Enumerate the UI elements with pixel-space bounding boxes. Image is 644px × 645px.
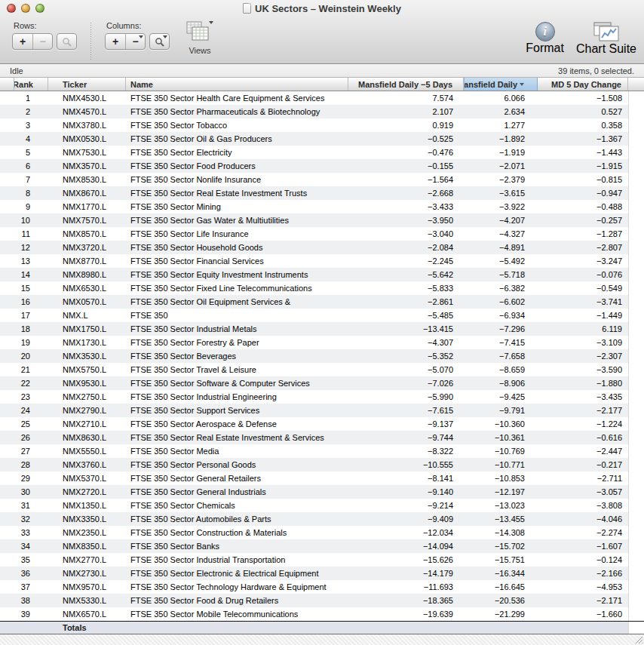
table-row[interactable]: 32NMX3350.LFTSE 350 Sector Automobiles &… xyxy=(0,512,644,526)
header-gutter xyxy=(0,78,14,91)
remove-row-button[interactable]: − xyxy=(32,34,52,49)
mansfield-daily-cell: 6.066 xyxy=(464,91,538,105)
name-cell: FTSE 350 Sector Tobacco xyxy=(126,118,348,132)
table-row[interactable]: 37NMX9570.LFTSE 350 Sector Technology Ha… xyxy=(0,580,644,594)
gutter-cell xyxy=(0,268,14,281)
filler-cell xyxy=(628,526,644,539)
remove-column-button[interactable]: − xyxy=(125,34,145,49)
table-row[interactable]: 25NMX2710.LFTSE 350 Sector Aerospace & D… xyxy=(0,417,644,431)
table-row[interactable]: 19NMX1730.LFTSE 350 Sector Forestry & Pa… xyxy=(0,336,644,349)
table-row[interactable]: 28NMX3760.LFTSE 350 Sector Personal Good… xyxy=(0,458,644,471)
table-row[interactable]: 24NMX2790.LFTSE 350 Sector Support Servi… xyxy=(0,404,644,417)
mansfield-daily-cell: −13.455 xyxy=(464,512,538,526)
column-header-mansfield-daily[interactable]: Mansfield Daily xyxy=(464,78,538,91)
table-row[interactable]: 33NMX2350.LFTSE 350 Sector Construction … xyxy=(0,526,644,539)
table-row[interactable]: 34NMX8350.LFTSE 350 Sector Banks−14.094−… xyxy=(0,539,644,553)
table-row[interactable]: 23NMX2750.LFTSE 350 Sector Industrial En… xyxy=(0,390,644,404)
title-bar[interactable]: UK Sectors – Weinstein Weekly xyxy=(0,0,644,17)
table-row[interactable]: 29NMX5370.LFTSE 350 Sector General Retai… xyxy=(0,471,644,485)
table-row[interactable]: 14NMX8980.LFTSE 350 Sector Equity Invest… xyxy=(0,268,644,281)
column-header-name[interactable]: Name xyxy=(126,78,348,91)
table-header: Rank Ticker Name Mansfield Daily −5 Days… xyxy=(0,78,644,91)
table-row[interactable]: 4NMX0530.LFTSE 350 Sector Oil & Gas Prod… xyxy=(0,132,644,146)
table-row[interactable]: 8NMX8670.LFTSE 350 Sector Real Estate In… xyxy=(0,186,644,200)
rank-cell: 12 xyxy=(14,241,48,254)
resize-grip[interactable] xyxy=(633,634,643,644)
totals-row[interactable]: Totals xyxy=(0,621,644,634)
gutter-cell xyxy=(0,227,14,241)
mansfield-daily-cell: −8.659 xyxy=(464,363,538,376)
column-header-rank[interactable]: Rank xyxy=(14,78,48,91)
mansfield-daily-5-days-cell: −5.485 xyxy=(348,309,464,322)
close-button[interactable] xyxy=(7,4,16,13)
table-row[interactable]: 26NMX8630.LFTSE 350 Sector Real Estate I… xyxy=(0,431,644,444)
table-row[interactable]: 1NMX4530.LFTSE 350 Sector Health Care Eq… xyxy=(0,91,644,105)
views-button[interactable]: Views xyxy=(186,18,213,55)
table-row[interactable]: 5NMX7530.LFTSE 350 Sector Electricity−0.… xyxy=(0,146,644,159)
rank-cell: 33 xyxy=(14,526,48,539)
table-row[interactable]: 13NMX8770.LFTSE 350 Sector Financial Ser… xyxy=(0,254,644,268)
table-row[interactable]: 16NMX0570.LFTSE 350 Sector Oil Equipment… xyxy=(0,295,644,309)
column-header-ticker[interactable]: Ticker xyxy=(48,78,126,91)
table-row[interactable]: 36NMX2730.LFTSE 350 Sector Electronic & … xyxy=(0,567,644,580)
mansfield-daily-cell: −7.415 xyxy=(464,336,538,349)
table-row[interactable]: 30NMX2720.LFTSE 350 Sector General Indus… xyxy=(0,485,644,499)
table-row[interactable]: 22NMX9530.LFTSE 350 Sector Software & Co… xyxy=(0,376,644,390)
table-row[interactable]: 18NMX1750.LFTSE 350 Sector Industrial Me… xyxy=(0,322,644,336)
name-cell: FTSE 350 xyxy=(126,309,348,322)
mansfield-daily-5-days-cell: −8.322 xyxy=(348,444,464,458)
add-row-button[interactable]: + xyxy=(13,34,32,49)
table-row[interactable]: 38NMX5330.LFTSE 350 Sector Food & Drug R… xyxy=(0,594,644,607)
name-cell: FTSE 350 Sector Industrial Transportatio… xyxy=(126,553,348,567)
minimize-button[interactable] xyxy=(21,4,30,13)
table-row[interactable]: 2NMX4570.LFTSE 350 Sector Pharmaceutical… xyxy=(0,105,644,118)
gutter-cell xyxy=(0,539,14,553)
table-row[interactable]: 3NMX3780.LFTSE 350 Sector Tobacco0.9191.… xyxy=(0,118,644,132)
md-5-day-change-cell: −2.274 xyxy=(538,526,628,539)
table-row[interactable]: 7NMX8530.LFTSE 350 Sector Nonlife Insura… xyxy=(0,173,644,186)
table-row[interactable]: 27NMX5550.LFTSE 350 Sector Media−8.322−1… xyxy=(0,444,644,458)
mansfield-daily-5-days-cell: −5.070 xyxy=(348,363,464,376)
filler-cell xyxy=(628,118,644,132)
search-rows-button[interactable] xyxy=(57,33,77,50)
ticker-cell: NMX9570.L xyxy=(48,580,126,594)
ticker-cell: NMX4530.L xyxy=(48,91,126,105)
rank-cell: 34 xyxy=(14,539,48,553)
table-row[interactable]: 15NMX6530.LFTSE 350 Sector Fixed Line Te… xyxy=(0,281,644,295)
add-column-button[interactable]: + xyxy=(106,34,125,49)
table-row[interactable]: 11NMX8570.LFTSE 350 Sector Life Insuranc… xyxy=(0,227,644,241)
format-button[interactable]: i Format xyxy=(526,18,564,55)
mansfield-daily-5-days-cell: −14.094 xyxy=(348,539,464,553)
status-bar: Idle 39 items, 0 selected. xyxy=(0,64,644,78)
gutter-cell xyxy=(0,309,14,322)
table-row[interactable]: 17NMX.LFTSE 350−5.485−6.934−1.449 xyxy=(0,309,644,322)
mansfield-daily-cell: −10.769 xyxy=(464,444,538,458)
column-header-mansfield-daily-5-days[interactable]: Mansfield Daily −5 Days xyxy=(348,78,464,91)
table-row[interactable]: 31NMX1350.LFTSE 350 Sector Chemicals−9.2… xyxy=(0,499,644,512)
table-row[interactable]: 39NMX6570.LFTSE 350 Sector Mobile Teleco… xyxy=(0,607,644,621)
ticker-cell: NMX3780.L xyxy=(48,118,126,132)
gutter-cell xyxy=(0,241,14,254)
mansfield-daily-cell: −16.344 xyxy=(464,567,538,580)
ticker-cell: NMX3350.L xyxy=(48,512,126,526)
column-header-md-5-day-change[interactable]: MD 5 Day Change xyxy=(538,78,628,91)
mansfield-daily-cell: −10.361 xyxy=(464,431,538,444)
totals-label: Totals xyxy=(48,622,126,634)
search-columns-button[interactable] xyxy=(149,33,170,50)
mansfield-daily-cell: −4.327 xyxy=(464,227,538,241)
table-row[interactable]: 12NMX3720.LFTSE 350 Sector Household Goo… xyxy=(0,241,644,254)
rank-cell: 4 xyxy=(14,132,48,146)
table-row[interactable]: 21NMX5750.LFTSE 350 Sector Travel & Leis… xyxy=(0,363,644,376)
zoom-button[interactable] xyxy=(35,4,44,13)
mansfield-daily-cell: −21.299 xyxy=(464,607,538,621)
table-row[interactable]: 10NMX7570.LFTSE 350 Sector Gas Water & M… xyxy=(0,213,644,227)
table-row[interactable]: 20NMX3530.LFTSE 350 Sector Beverages−5.3… xyxy=(0,349,644,363)
ticker-cell: NMX3570.L xyxy=(48,159,126,173)
table-row[interactable]: 9NMX1770.LFTSE 350 Sector Mining−3.433−3… xyxy=(0,200,644,213)
ticker-cell: NMX8530.L xyxy=(48,173,126,186)
chart-suite-button[interactable]: Chart Suite xyxy=(576,18,636,56)
md-5-day-change-cell: −3.741 xyxy=(538,295,628,309)
table-row[interactable]: 6NMX3570.LFTSE 350 Sector Food Producers… xyxy=(0,159,644,173)
filler-cell xyxy=(628,376,644,390)
table-row[interactable]: 35NMX2770.LFTSE 350 Sector Industrial Tr… xyxy=(0,553,644,567)
